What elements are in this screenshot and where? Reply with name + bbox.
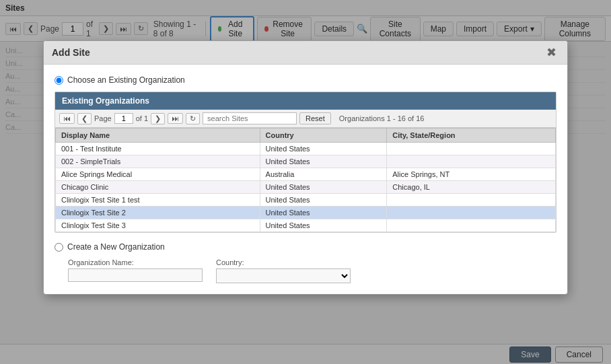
org-data-table: Display Name Country City, State/Region … [55, 128, 556, 232]
col-display-name: Display Name [56, 129, 260, 143]
choose-existing-label: Choose an Existing Organization [67, 75, 185, 85]
col-city: City, State/Region [387, 129, 556, 143]
org-count-label: Organizations 1 - 16 of 16 [339, 114, 425, 122]
table-cell: Chicago, IL [387, 181, 556, 194]
table-cell: Clinlogix Test Site 3 [56, 219, 260, 232]
org-next-page-btn[interactable]: ❯ [151, 113, 165, 124]
create-new-label: Create a New Organization [67, 242, 165, 252]
table-cell: 001 - Test Institute [56, 143, 260, 155]
table-cell: Clinlogix Test Site 1 test [56, 194, 260, 207]
existing-orgs-header: Existing Organizations [55, 92, 556, 110]
org-name-input[interactable] [68, 268, 203, 282]
table-row[interactable]: Chicago ClinicUnited StatesChicago, IL [56, 181, 556, 194]
org-table-toolbar: ⏮ ❮ Page of 1 ❯ ⏭ ↻ Reset Organizations … [55, 110, 556, 128]
table-cell: United States [260, 155, 387, 168]
org-name-label: Organization Name: [68, 258, 203, 266]
org-table-scroll[interactable]: Display Name Country City, State/Region … [55, 128, 556, 232]
table-cell: Chicago Clinic [56, 181, 260, 194]
table-cell [387, 207, 556, 219]
table-row[interactable]: 001 - Test InstituteUnited States [56, 143, 556, 155]
table-cell: United States [260, 194, 387, 207]
table-cell [387, 194, 556, 207]
org-name-field-group: Organization Name: [68, 258, 203, 283]
existing-orgs-container: Existing Organizations ⏮ ❮ Page of 1 ❯ ⏭… [55, 92, 556, 233]
choose-existing-radio[interactable] [55, 76, 63, 85]
org-page-input[interactable] [114, 113, 133, 124]
table-cell: Alice Springs, NT [387, 168, 556, 181]
dialog-title: Add Site [52, 47, 90, 58]
create-new-option[interactable]: Create a New Organization [55, 242, 556, 252]
dialog-body: Choose an Existing Organization Existing… [44, 65, 567, 294]
table-cell: Alice Springs Medical [56, 168, 260, 181]
table-row[interactable]: Clinlogix Test Site 1 testUnited States [56, 194, 556, 207]
create-org-fields: Organization Name: Country: [55, 258, 556, 283]
create-org-section: Create a New Organization Organization N… [55, 242, 556, 283]
table-cell: United States [260, 207, 387, 219]
org-page-label: Page [94, 114, 112, 122]
country-field-group: Country: [216, 258, 351, 283]
table-cell: Clinlogix Test Site 2 [56, 207, 260, 219]
table-cell: Australia [260, 168, 387, 181]
table-cell [387, 219, 556, 232]
country-label: Country: [216, 258, 351, 266]
add-site-dialog: Add Site ✖ Choose an Existing Organizati… [43, 40, 568, 295]
table-row[interactable]: Clinlogix Test Site 3United States [56, 219, 556, 232]
table-row[interactable]: Alice Springs MedicalAustraliaAlice Spri… [56, 168, 556, 181]
dialog-close-button[interactable]: ✖ [544, 46, 559, 59]
org-first-page-btn[interactable]: ⏮ [59, 113, 75, 124]
table-cell: United States [260, 181, 387, 194]
org-last-page-btn[interactable]: ⏭ [168, 113, 183, 124]
table-cell [387, 143, 556, 155]
table-cell: 002 - SimpleTrials [56, 155, 260, 168]
table-row[interactable]: Clinlogix Test Site 2United States [56, 207, 556, 219]
org-prev-page-btn[interactable]: ❮ [77, 113, 92, 124]
col-country: Country [260, 129, 387, 143]
org-search-input[interactable] [203, 112, 297, 124]
table-cell [387, 155, 556, 168]
table-row[interactable]: 002 - SimpleTrialsUnited States [56, 155, 556, 168]
org-refresh-btn[interactable]: ↻ [186, 113, 200, 124]
existing-orgs-title: Existing Organizations [62, 96, 149, 106]
org-reset-button[interactable]: Reset [299, 112, 331, 124]
choose-existing-option[interactable]: Choose an Existing Organization [55, 75, 556, 85]
table-cell: United States [260, 143, 387, 155]
org-of-label: of 1 [136, 114, 148, 122]
create-new-radio[interactable] [55, 243, 63, 252]
dialog-header: Add Site ✖ [44, 41, 567, 65]
country-select[interactable] [216, 268, 351, 283]
table-cell: United States [260, 219, 387, 232]
